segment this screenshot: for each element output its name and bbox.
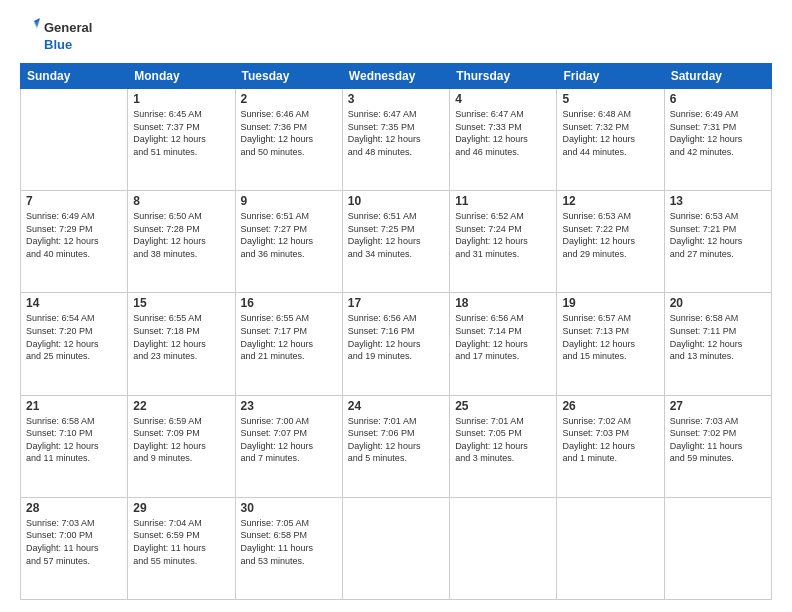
day-number: 3 (348, 92, 444, 106)
cell-info: Sunrise: 7:04 AMSunset: 6:59 PMDaylight:… (133, 517, 229, 567)
cell-info: Sunrise: 6:58 AMSunset: 7:10 PMDaylight:… (26, 415, 122, 465)
calendar-cell: 9Sunrise: 6:51 AMSunset: 7:27 PMDaylight… (235, 191, 342, 293)
calendar-cell: 14Sunrise: 6:54 AMSunset: 7:20 PMDayligh… (21, 293, 128, 395)
calendar-cell (557, 497, 664, 599)
calendar-cell: 29Sunrise: 7:04 AMSunset: 6:59 PMDayligh… (128, 497, 235, 599)
cell-info: Sunrise: 7:01 AMSunset: 7:05 PMDaylight:… (455, 415, 551, 465)
calendar-cell: 17Sunrise: 6:56 AMSunset: 7:16 PMDayligh… (342, 293, 449, 395)
weekday-header-tuesday: Tuesday (235, 63, 342, 88)
cell-info: Sunrise: 7:03 AMSunset: 7:02 PMDaylight:… (670, 415, 766, 465)
cell-info: Sunrise: 6:55 AMSunset: 7:18 PMDaylight:… (133, 312, 229, 362)
cell-info: Sunrise: 6:59 AMSunset: 7:09 PMDaylight:… (133, 415, 229, 465)
cell-info: Sunrise: 6:47 AMSunset: 7:33 PMDaylight:… (455, 108, 551, 158)
day-number: 10 (348, 194, 444, 208)
calendar-cell: 5Sunrise: 6:48 AMSunset: 7:32 PMDaylight… (557, 88, 664, 190)
weekday-header-sunday: Sunday (21, 63, 128, 88)
cell-info: Sunrise: 6:52 AMSunset: 7:24 PMDaylight:… (455, 210, 551, 260)
day-number: 1 (133, 92, 229, 106)
calendar-cell: 26Sunrise: 7:02 AMSunset: 7:03 PMDayligh… (557, 395, 664, 497)
day-number: 6 (670, 92, 766, 106)
day-number: 17 (348, 296, 444, 310)
cell-info: Sunrise: 7:01 AMSunset: 7:06 PMDaylight:… (348, 415, 444, 465)
calendar-cell: 7Sunrise: 6:49 AMSunset: 7:29 PMDaylight… (21, 191, 128, 293)
logo-graphic-icon (20, 18, 40, 38)
calendar-cell: 3Sunrise: 6:47 AMSunset: 7:35 PMDaylight… (342, 88, 449, 190)
cell-info: Sunrise: 6:56 AMSunset: 7:14 PMDaylight:… (455, 312, 551, 362)
calendar-cell: 24Sunrise: 7:01 AMSunset: 7:06 PMDayligh… (342, 395, 449, 497)
weekday-header-monday: Monday (128, 63, 235, 88)
cell-info: Sunrise: 6:48 AMSunset: 7:32 PMDaylight:… (562, 108, 658, 158)
day-number: 24 (348, 399, 444, 413)
day-number: 26 (562, 399, 658, 413)
week-row-3: 14Sunrise: 6:54 AMSunset: 7:20 PMDayligh… (21, 293, 772, 395)
week-row-2: 7Sunrise: 6:49 AMSunset: 7:29 PMDaylight… (21, 191, 772, 293)
logo: General Blue (20, 18, 92, 53)
cell-info: Sunrise: 6:51 AMSunset: 7:25 PMDaylight:… (348, 210, 444, 260)
cell-info: Sunrise: 7:02 AMSunset: 7:03 PMDaylight:… (562, 415, 658, 465)
cell-info: Sunrise: 7:05 AMSunset: 6:58 PMDaylight:… (241, 517, 337, 567)
calendar-cell: 30Sunrise: 7:05 AMSunset: 6:58 PMDayligh… (235, 497, 342, 599)
calendar-cell: 28Sunrise: 7:03 AMSunset: 7:00 PMDayligh… (21, 497, 128, 599)
cell-info: Sunrise: 6:57 AMSunset: 7:13 PMDaylight:… (562, 312, 658, 362)
cell-info: Sunrise: 6:46 AMSunset: 7:36 PMDaylight:… (241, 108, 337, 158)
day-number: 22 (133, 399, 229, 413)
cell-info: Sunrise: 6:55 AMSunset: 7:17 PMDaylight:… (241, 312, 337, 362)
calendar-cell: 19Sunrise: 6:57 AMSunset: 7:13 PMDayligh… (557, 293, 664, 395)
calendar-cell: 23Sunrise: 7:00 AMSunset: 7:07 PMDayligh… (235, 395, 342, 497)
week-row-4: 21Sunrise: 6:58 AMSunset: 7:10 PMDayligh… (21, 395, 772, 497)
calendar-cell: 25Sunrise: 7:01 AMSunset: 7:05 PMDayligh… (450, 395, 557, 497)
day-number: 21 (26, 399, 122, 413)
day-number: 8 (133, 194, 229, 208)
day-number: 28 (26, 501, 122, 515)
cell-info: Sunrise: 6:51 AMSunset: 7:27 PMDaylight:… (241, 210, 337, 260)
cell-info: Sunrise: 6:53 AMSunset: 7:21 PMDaylight:… (670, 210, 766, 260)
day-number: 27 (670, 399, 766, 413)
page: General Blue SundayMondayTuesdayWednesda… (0, 0, 792, 612)
calendar-cell: 13Sunrise: 6:53 AMSunset: 7:21 PMDayligh… (664, 191, 771, 293)
calendar-cell: 16Sunrise: 6:55 AMSunset: 7:17 PMDayligh… (235, 293, 342, 395)
calendar-cell: 8Sunrise: 6:50 AMSunset: 7:28 PMDaylight… (128, 191, 235, 293)
day-number: 9 (241, 194, 337, 208)
cell-info: Sunrise: 6:45 AMSunset: 7:37 PMDaylight:… (133, 108, 229, 158)
weekday-header-thursday: Thursday (450, 63, 557, 88)
day-number: 11 (455, 194, 551, 208)
calendar-cell: 12Sunrise: 6:53 AMSunset: 7:22 PMDayligh… (557, 191, 664, 293)
cell-info: Sunrise: 6:54 AMSunset: 7:20 PMDaylight:… (26, 312, 122, 362)
calendar-cell: 20Sunrise: 6:58 AMSunset: 7:11 PMDayligh… (664, 293, 771, 395)
weekday-header-friday: Friday (557, 63, 664, 88)
calendar-cell: 6Sunrise: 6:49 AMSunset: 7:31 PMDaylight… (664, 88, 771, 190)
calendar-cell: 27Sunrise: 7:03 AMSunset: 7:02 PMDayligh… (664, 395, 771, 497)
cell-info: Sunrise: 6:56 AMSunset: 7:16 PMDaylight:… (348, 312, 444, 362)
day-number: 4 (455, 92, 551, 106)
cell-info: Sunrise: 7:00 AMSunset: 7:07 PMDaylight:… (241, 415, 337, 465)
calendar-cell (664, 497, 771, 599)
day-number: 15 (133, 296, 229, 310)
calendar-cell: 1Sunrise: 6:45 AMSunset: 7:37 PMDaylight… (128, 88, 235, 190)
day-number: 23 (241, 399, 337, 413)
day-number: 12 (562, 194, 658, 208)
cell-info: Sunrise: 6:58 AMSunset: 7:11 PMDaylight:… (670, 312, 766, 362)
calendar-cell: 15Sunrise: 6:55 AMSunset: 7:18 PMDayligh… (128, 293, 235, 395)
logo-general-text: General (44, 21, 92, 36)
day-number: 7 (26, 194, 122, 208)
calendar-table: SundayMondayTuesdayWednesdayThursdayFrid… (20, 63, 772, 600)
day-number: 25 (455, 399, 551, 413)
day-number: 29 (133, 501, 229, 515)
cell-info: Sunrise: 6:49 AMSunset: 7:31 PMDaylight:… (670, 108, 766, 158)
day-number: 19 (562, 296, 658, 310)
day-number: 2 (241, 92, 337, 106)
cell-info: Sunrise: 6:47 AMSunset: 7:35 PMDaylight:… (348, 108, 444, 158)
day-number: 20 (670, 296, 766, 310)
logo-blue-text: Blue (44, 38, 92, 53)
calendar-cell: 11Sunrise: 6:52 AMSunset: 7:24 PMDayligh… (450, 191, 557, 293)
week-row-5: 28Sunrise: 7:03 AMSunset: 7:00 PMDayligh… (21, 497, 772, 599)
calendar-cell: 22Sunrise: 6:59 AMSunset: 7:09 PMDayligh… (128, 395, 235, 497)
day-number: 30 (241, 501, 337, 515)
weekday-header-saturday: Saturday (664, 63, 771, 88)
calendar-cell: 4Sunrise: 6:47 AMSunset: 7:33 PMDaylight… (450, 88, 557, 190)
day-number: 16 (241, 296, 337, 310)
cell-info: Sunrise: 7:03 AMSunset: 7:00 PMDaylight:… (26, 517, 122, 567)
calendar-cell (342, 497, 449, 599)
calendar-cell (21, 88, 128, 190)
weekday-header-row: SundayMondayTuesdayWednesdayThursdayFrid… (21, 63, 772, 88)
